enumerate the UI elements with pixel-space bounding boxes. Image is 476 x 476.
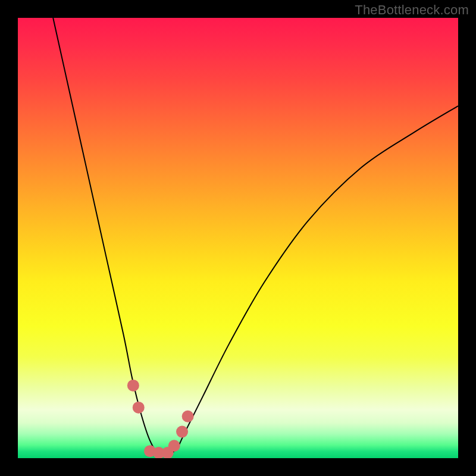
chart-frame: TheBottleneck.com	[0, 0, 476, 476]
highlight-marker	[176, 426, 188, 438]
highlight-marker	[168, 440, 180, 452]
curve-layer	[18, 18, 458, 458]
watermark-text: TheBottleneck.com	[355, 2, 469, 18]
highlight-marker	[127, 380, 139, 392]
highlight-marker	[182, 411, 194, 422]
highlight-marker	[133, 402, 145, 414]
bottleneck-curve	[53, 18, 458, 455]
plot-area	[18, 18, 458, 458]
